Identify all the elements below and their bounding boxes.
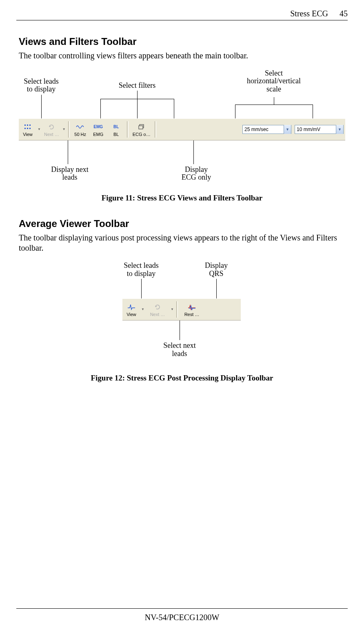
ecg-only-button[interactable]: ECG o… (130, 119, 153, 140)
line (235, 105, 313, 105)
next-button[interactable]: Next … (42, 119, 62, 140)
callout-display-ecg-only: Display ECG only (174, 166, 219, 182)
emg-icon: EMG (93, 123, 103, 131)
refresh-icon (154, 303, 161, 311)
separator (127, 121, 129, 138)
hz-label: 50 Hz (74, 132, 86, 137)
header-page: 45 (340, 9, 348, 18)
refresh-icon (48, 123, 55, 131)
window-restore-icon (138, 123, 145, 131)
section-views-filters-title: Views and Filters Toolbar (19, 36, 345, 47)
section-average-viewer-title: Average Viewer Toolbar (19, 218, 345, 229)
line (174, 99, 174, 118)
svg-rect-7 (139, 126, 143, 129)
svg-rect-4 (27, 128, 28, 129)
figure-12-caption: Figure 12: Stress ECG Post Processing Di… (19, 374, 345, 383)
line (193, 140, 194, 164)
svg-rect-3 (24, 128, 26, 129)
callout-display-qrs: Display QRS (196, 262, 237, 278)
svg-rect-0 (24, 125, 26, 126)
ecg-only-label: ECG o… (133, 132, 151, 137)
grid-dots-icon (24, 123, 31, 131)
line (313, 105, 313, 118)
gain-combo[interactable]: 10 mm/mV ▼ (295, 125, 344, 134)
average-viewer-toolbar: View ▼ Next … ▼ Rest … (122, 298, 241, 320)
line (235, 105, 235, 118)
line (141, 279, 142, 298)
filter-bl-button[interactable]: BL BL (107, 119, 125, 140)
line (137, 91, 138, 99)
line (68, 140, 68, 164)
callout-select-filters: Select filters (113, 82, 162, 90)
chevron-down-icon[interactable]: ▼ (284, 125, 291, 134)
header-chapter: Stress ECG (290, 9, 328, 18)
avg-view-dropdown-icon[interactable]: ▼ (140, 299, 145, 320)
line (137, 99, 138, 118)
line (274, 97, 274, 105)
view-label: View (23, 132, 33, 137)
qrs-complex-icon (188, 303, 196, 311)
view-dropdown-icon[interactable]: ▼ (37, 119, 42, 140)
avg-next-dropdown-icon[interactable]: ▼ (170, 299, 175, 320)
next-label: Next … (44, 132, 59, 137)
section-views-filters-body: The toolbar controlling views filters ap… (19, 51, 345, 61)
svg-rect-1 (27, 125, 28, 126)
callout-select-scale: Select horizontal/vertical scale (239, 69, 309, 93)
view-button[interactable]: View (19, 119, 37, 140)
figure-12: Select leads to display Display QRS View… (19, 258, 345, 364)
svg-rect-2 (29, 125, 31, 126)
figure-11-caption: Figure 11: Stress ECG Views and Filters … (19, 194, 345, 203)
avg-view-button[interactable]: View (122, 299, 140, 320)
section-average-viewer-body: The toolbar displaying various post proc… (19, 233, 345, 254)
line (100, 99, 101, 118)
gain-value: 10 mm/mV (297, 127, 336, 132)
footer-doc-id: NV-54/PCECG1200W (16, 609, 348, 632)
bl-label: BL (113, 132, 119, 137)
separator (68, 121, 70, 138)
svg-rect-5 (29, 128, 31, 129)
views-filters-toolbar: View ▼ Next … ▼ 50 Hz (19, 118, 345, 140)
avg-rest-label: Rest … (184, 312, 200, 317)
ecg-spike-icon (127, 303, 135, 311)
filter-emg-button[interactable]: EMG EMG (89, 119, 107, 140)
callout-select-leads: Select leads to display (15, 78, 68, 94)
separator (155, 121, 156, 138)
line (41, 95, 42, 118)
speed-value: 25 mm/sec (244, 127, 284, 132)
line (180, 320, 180, 340)
separator (176, 301, 178, 318)
chevron-down-icon[interactable]: ▼ (336, 125, 343, 134)
speed-combo[interactable]: 25 mm/sec ▼ (242, 125, 291, 134)
sine-wave-icon (76, 123, 85, 131)
figure-11: Select leads to display Select filters S… (19, 65, 345, 184)
callout-display-next-leads: Display next leads (47, 166, 92, 182)
callout-select-next-leads: Select next leads (159, 342, 200, 358)
avg-next-label: Next … (150, 312, 165, 317)
callout-select-leads-2: Select leads to display (117, 262, 166, 278)
avg-view-label: View (127, 312, 136, 317)
emg-label: EMG (93, 132, 103, 137)
bl-icon: BL (113, 123, 119, 131)
next-dropdown-icon[interactable]: ▼ (62, 119, 67, 140)
avg-next-button[interactable]: Next … (145, 299, 170, 320)
line (216, 279, 217, 298)
filter-50hz-button[interactable]: 50 Hz (71, 119, 89, 140)
avg-rest-button[interactable]: Rest … (180, 299, 204, 320)
